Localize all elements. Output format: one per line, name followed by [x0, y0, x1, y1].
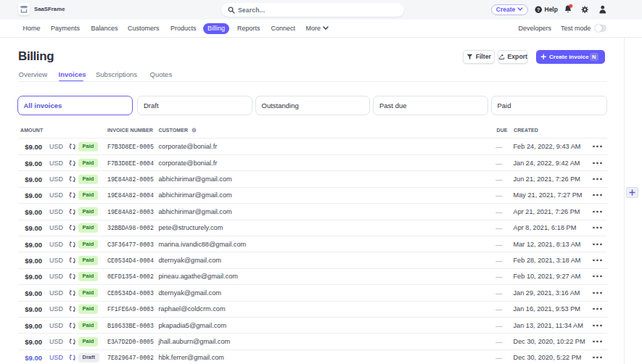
svg-text:?: ? [537, 7, 540, 12]
